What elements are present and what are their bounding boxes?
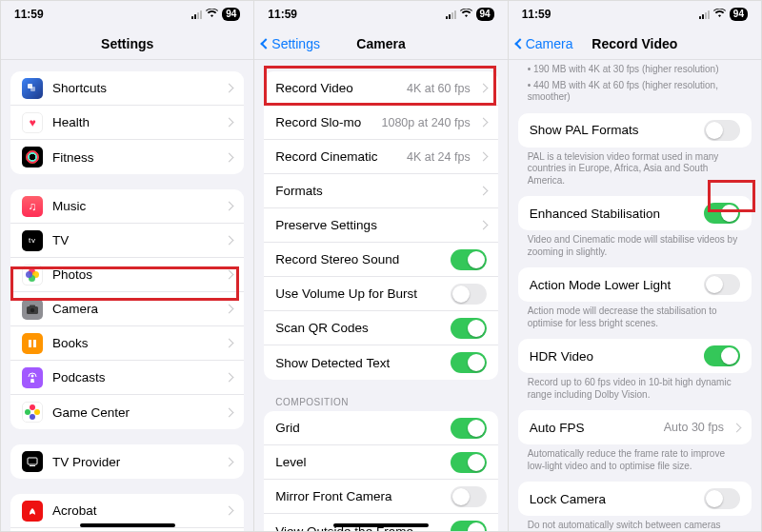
row-label: HDR Video (530, 349, 694, 364)
chevron-right-icon (225, 373, 234, 383)
row-label: Record Video (275, 81, 397, 95)
row-tv-provider[interactable]: TV Provider (10, 444, 244, 479)
toggle-outside-frame[interactable] (451, 521, 487, 531)
row-label: Books (52, 336, 216, 350)
row-label: Show Detected Text (275, 356, 440, 370)
screen-camera: 11:59 94 Settings Camera Record Video 4K… (254, 0, 508, 532)
chevron-right-icon (225, 339, 234, 348)
toggle-enhanced-stabilisation[interactable] (704, 203, 740, 224)
row-auto-fps[interactable]: Auto FPS Auto 30 fps (518, 410, 752, 444)
nav-bar: Settings (1, 28, 253, 60)
storage-note-line1: • 190 MB with 4K at 30 fps (higher resol… (528, 64, 742, 76)
row-label: Camera (52, 302, 216, 316)
stab-note: Video and Cinematic mode will stabilise … (528, 234, 742, 258)
toggle-volume-burst[interactable] (451, 284, 487, 305)
row-record-video[interactable]: Record Video 4K at 60 fps (264, 71, 497, 106)
status-bar: 11:59 94 (1, 1, 253, 28)
shortcuts-icon (22, 78, 43, 99)
wifi-icon (206, 9, 218, 20)
row-preserve[interactable]: Preserve Settings (264, 208, 497, 243)
fitness-icon (22, 147, 43, 167)
row-formats[interactable]: Formats (264, 174, 497, 208)
row-label: Game Center (52, 405, 216, 420)
back-button[interactable]: Camera (516, 28, 573, 59)
row-value: Auto 30 fps (664, 421, 724, 434)
settings-group: TV Provider (10, 444, 244, 479)
row-music[interactable]: ♫ Music (10, 189, 244, 224)
toggle-pal[interactable] (704, 120, 740, 141)
chevron-right-icon (478, 152, 488, 162)
chevron-right-icon (225, 407, 234, 417)
row-mirror: Mirror Front Camera (264, 480, 497, 514)
battery-icon: 94 (476, 8, 494, 21)
row-label: Scan QR Codes (275, 321, 440, 335)
toggle-lock-camera[interactable] (704, 488, 740, 509)
row-label: Grid (275, 421, 440, 435)
row-record-cinematic[interactable]: Record Cinematic 4K at 24 fps (264, 140, 497, 174)
chevron-right-icon (732, 423, 742, 432)
acrobat-icon (22, 501, 43, 522)
svg-point-3 (30, 307, 34, 311)
row-podcasts[interactable]: Podcasts (10, 361, 244, 395)
action-note: Action mode will decrease the stabilisat… (528, 305, 742, 329)
home-indicator (333, 523, 429, 527)
row-label: Formats (275, 184, 470, 198)
row-airbnb[interactable]: Airbnb (10, 528, 244, 531)
toggle-detected-text[interactable] (451, 352, 487, 373)
row-record-slomo[interactable]: Record Slo-mo 1080p at 240 fps (264, 106, 497, 140)
cellular-icon (446, 10, 456, 19)
row-label: Show PAL Formats (530, 123, 694, 137)
svg-rect-6 (28, 458, 37, 464)
row-label: Acrobat (52, 503, 216, 518)
toggle-stereo[interactable] (451, 249, 487, 270)
row-label: Music (52, 199, 216, 213)
row-label: Podcasts (52, 370, 216, 384)
row-gamecenter[interactable]: Game Center (10, 395, 244, 429)
tv-provider-icon (22, 451, 43, 472)
status-time: 11:59 (268, 8, 297, 21)
row-books[interactable]: Books (10, 326, 244, 361)
wifi-icon (460, 9, 472, 20)
lock-note: Do not automatically switch between came… (528, 520, 742, 531)
toggle-qr[interactable] (451, 318, 487, 339)
row-tv[interactable]: tv TV (10, 224, 244, 258)
row-camera[interactable]: Camera (10, 292, 244, 326)
nav-bar: Camera Record Video (509, 28, 761, 60)
row-photos[interactable]: Photos (10, 258, 244, 292)
chevron-right-icon (225, 202, 234, 211)
back-button[interactable]: Settings (262, 28, 320, 59)
row-lock-camera: Lock Camera (518, 482, 752, 516)
row-shortcuts[interactable]: Shortcuts (10, 71, 244, 106)
row-label: TV Provider (52, 455, 216, 469)
row-level: Level (264, 445, 497, 480)
row-label: Preserve Settings (275, 218, 470, 232)
row-label: Use Volume Up for Burst (275, 286, 440, 301)
pal-note: PAL is a television video format used in… (528, 151, 742, 187)
svg-rect-7 (30, 465, 35, 466)
toggle-level[interactable] (451, 452, 487, 473)
row-fitness[interactable]: Fitness (10, 140, 244, 174)
chevron-left-icon (261, 38, 271, 49)
health-icon: ♥ (22, 112, 43, 133)
section-composition: COMPOSITION (275, 397, 486, 407)
row-volume-burst: Use Volume Up for Burst (264, 277, 497, 311)
chevron-right-icon (225, 118, 234, 128)
toggle-hdr-video[interactable] (704, 345, 740, 366)
chevron-right-icon (225, 152, 234, 162)
status-time: 11:59 (14, 8, 44, 21)
row-health[interactable]: ♥ Health (10, 106, 244, 140)
row-value: 1080p at 240 fps (382, 116, 471, 129)
settings-group: ♫ Music tv TV Photos Camera (10, 189, 244, 429)
toggle-grid[interactable] (451, 418, 487, 439)
row-detected-text: Show Detected Text (264, 345, 497, 380)
toggle-mirror[interactable] (451, 486, 487, 507)
row-label: Enhanced Stabilisation (530, 207, 694, 221)
status-bar: 11:59 94 (509, 1, 761, 28)
cellular-icon (191, 10, 202, 19)
cellular-icon (699, 10, 710, 19)
row-label: Record Stereo Sound (275, 252, 440, 266)
toggle-action-mode[interactable] (704, 274, 740, 295)
row-qr: Scan QR Codes (264, 311, 497, 345)
row-grid: Grid (264, 411, 497, 445)
row-label: Lock Camera (530, 492, 694, 506)
